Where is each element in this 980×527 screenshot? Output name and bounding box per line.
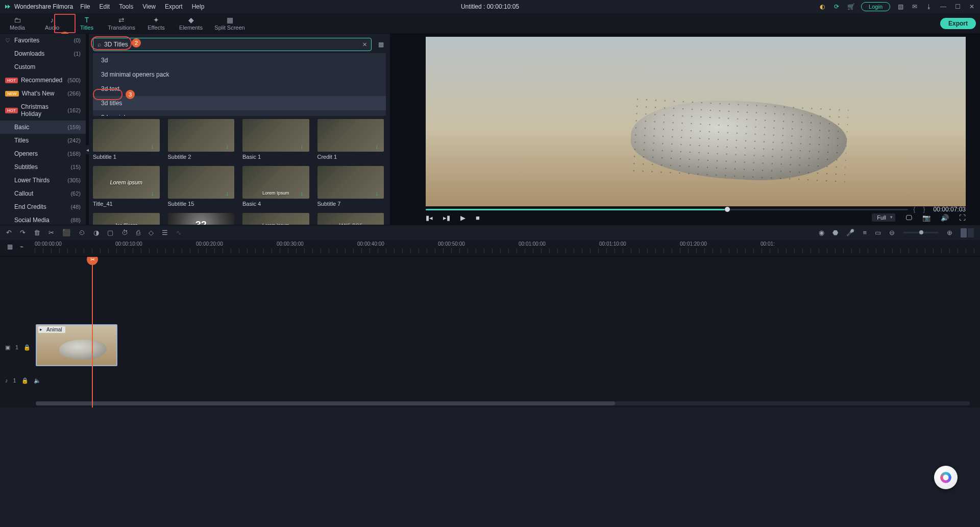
sidebar-item-openers[interactable]: Openers(168) xyxy=(0,147,86,160)
preview-quality-select[interactable]: Full xyxy=(872,213,895,222)
timeline-body[interactable]: ✂ ▣ 1 🔒 👁 ♪ 1 🔒 🔈 Animal xyxy=(0,256,980,408)
lightbulb-icon[interactable]: ◐ xyxy=(818,3,826,11)
sidebar-item-lowerthirds[interactable]: Lower Thirds(305) xyxy=(0,174,86,187)
title-thumb[interactable]: ↓Subtitle 15 xyxy=(168,166,235,207)
lock-icon[interactable]: 🔒 xyxy=(23,344,31,351)
adjust-icon[interactable]: ☰ xyxy=(162,229,168,236)
suggestion-item[interactable]: 3d text xyxy=(93,82,386,96)
grid-view-icon[interactable]: ▦ xyxy=(376,39,386,50)
window-close-icon[interactable]: ✕ xyxy=(968,3,976,11)
play-icon[interactable]: ▶ xyxy=(460,214,465,222)
preview-video[interactable] xyxy=(426,37,966,206)
ruler-track[interactable]: 00:00:00:00 00:00:10:00 00:00:20:00 00:0… xyxy=(35,240,980,256)
freeze-icon[interactable]: ⎙ xyxy=(136,229,140,236)
lock-icon[interactable]: 🔒 xyxy=(21,377,29,384)
step-back-icon[interactable]: ▮◂ xyxy=(426,214,433,222)
sidebar-item-custom[interactable]: Custom xyxy=(0,60,86,74)
progress-track[interactable] xyxy=(426,209,908,210)
sidebar-item-whatsnew[interactable]: NEWWhat's New(266) xyxy=(0,87,86,100)
title-thumb[interactable]: ↓Basic 1 xyxy=(242,119,309,160)
title-thumb[interactable]: JANE DOE↓ xyxy=(317,213,384,225)
time-icon[interactable]: ⏱ xyxy=(121,229,128,236)
download-arrow-icon[interactable]: ↓ xyxy=(226,190,233,197)
magnet-icon[interactable]: ⌁ xyxy=(20,243,23,250)
title-thumb[interactable]: ↓Credit 1 xyxy=(317,119,384,160)
search-box[interactable]: ⌕ ✕ xyxy=(93,38,372,51)
suggestion-item[interactable]: 3d titles xyxy=(93,96,386,110)
cut-icon[interactable]: ✂ xyxy=(48,229,54,236)
save-icon[interactable]: ▧ xyxy=(896,3,904,11)
title-thumb[interactable]: ↓Subtitle 2 xyxy=(168,119,235,160)
sidebar-item-basic[interactable]: Basic(159) xyxy=(0,121,86,134)
sidebar-item-titles[interactable]: Titles(242) xyxy=(0,134,86,147)
snapshot-icon[interactable]: 📷 xyxy=(922,214,930,222)
scrollbar-thumb[interactable] xyxy=(36,401,615,405)
refresh-icon[interactable]: ⟳ xyxy=(832,3,841,11)
login-button[interactable]: Login xyxy=(861,2,890,11)
title-thumb[interactable]: Lorem ipsum↓Title_41 xyxy=(93,166,160,207)
window-minimize-icon[interactable]: — xyxy=(939,3,947,11)
sidebar-item-downloads[interactable]: Downloads(1) xyxy=(0,47,86,60)
title-thumb[interactable]: 32↓ xyxy=(168,213,235,225)
suggestion-item[interactable]: 3d minimal openers pack xyxy=(93,67,386,82)
fullscreen-icon[interactable]: ⛶ xyxy=(959,214,966,222)
menu-file[interactable]: File xyxy=(80,3,90,10)
menu-tools[interactable]: Tools xyxy=(119,3,133,10)
color-icon[interactable]: ◑ xyxy=(93,229,99,236)
sidebar-item-favorites[interactable]: ♡Favorites(0) xyxy=(0,34,86,47)
mic-icon[interactable]: 🎤 xyxy=(846,229,854,236)
playhead-cut-button[interactable]: ✂ xyxy=(87,256,98,265)
tab-effects[interactable]: ✦Effects xyxy=(139,13,174,33)
cart-icon[interactable]: 🛒 xyxy=(847,3,855,11)
search-input[interactable] xyxy=(104,41,362,48)
download-arrow-icon[interactable]: ↓ xyxy=(375,190,382,197)
redo-icon[interactable]: ↷ xyxy=(20,229,26,236)
export-button[interactable]: Export xyxy=(940,18,976,29)
download-arrow-icon[interactable]: ↓ xyxy=(375,143,382,150)
timeline-clip[interactable]: Animal xyxy=(36,324,117,366)
zoom-handle[interactable] xyxy=(919,230,923,234)
volume-icon[interactable]: 🔊 xyxy=(941,214,949,222)
title-thumb[interactable]: Lorem Ipsum↓Basic 4 xyxy=(242,166,309,207)
title-thumb[interactable]: Lorem Ipsum↓ xyxy=(242,213,309,225)
timeline-horizontal-scrollbar[interactable] xyxy=(36,401,970,405)
tab-titles[interactable]: TTitles xyxy=(69,13,104,33)
tab-audio[interactable]: ♪Audio xyxy=(35,13,69,33)
zoom-out-icon[interactable]: ⊖ xyxy=(889,229,895,236)
sidebar-item-endcredits[interactable]: End Credits(48) xyxy=(0,200,86,213)
render-icon[interactable]: ◉ xyxy=(819,229,824,236)
tab-elements[interactable]: ◆Elements xyxy=(174,13,208,33)
sidebar-item-subtitles[interactable]: Subtitles(15) xyxy=(0,160,86,174)
crop-icon[interactable]: ⬛ xyxy=(62,229,70,236)
tab-splitscreen[interactable]: ▦Split Screen xyxy=(208,13,251,33)
step-forward-icon[interactable]: ▸▮ xyxy=(443,214,450,222)
category-sidebar[interactable]: ♡Favorites(0) Downloads(1) Custom HOTRec… xyxy=(0,34,86,225)
marker-icon[interactable]: ⬣ xyxy=(832,229,838,236)
download-arrow-icon[interactable]: ↓ xyxy=(151,143,158,150)
menu-help[interactable]: Help xyxy=(192,3,205,10)
tab-transitions[interactable]: ⇄Transitions xyxy=(104,13,139,33)
suggestion-item[interactable]: 3d social xyxy=(93,110,386,116)
layout-icon[interactable]: ▭ xyxy=(875,229,881,236)
sidebar-item-socialmedia[interactable]: Social Media(88) xyxy=(0,213,86,225)
timeline-view-toggle[interactable] xyxy=(961,228,974,237)
speed-icon[interactable]: ⏲ xyxy=(79,229,85,236)
keyframe-icon[interactable]: ◇ xyxy=(149,229,154,236)
title-thumb[interactable]: ↓Subtitle 1 xyxy=(93,119,160,160)
notification-icon[interactable]: ✉ xyxy=(911,3,919,11)
undo-icon[interactable]: ↶ xyxy=(6,229,12,236)
progress-handle[interactable] xyxy=(725,207,730,212)
thumbnail-grid[interactable]: ↓Subtitle 1 ↓Subtitle 2 ↓Basic 1 ↓Credit… xyxy=(93,119,386,225)
sidebar-item-callout[interactable]: Callout(62) xyxy=(0,187,86,200)
brand-floating-button[interactable] xyxy=(934,466,958,489)
download-arrow-icon[interactable]: ↓ xyxy=(226,143,233,150)
download-icon[interactable]: ⭳ xyxy=(925,3,933,11)
window-maximize-icon[interactable]: ☐ xyxy=(953,3,962,11)
mixer-icon[interactable]: ≡ xyxy=(863,229,867,236)
menu-view[interactable]: View xyxy=(142,3,156,10)
track-manager-icon[interactable]: ▦ xyxy=(7,243,13,250)
sidebar-item-christmas[interactable]: HOTChristmas Holiday(162) xyxy=(0,100,86,121)
mute-icon[interactable]: 🔈 xyxy=(34,377,41,384)
download-arrow-icon[interactable]: ↓ xyxy=(301,190,308,197)
suggestion-item[interactable]: 3d xyxy=(93,53,386,67)
